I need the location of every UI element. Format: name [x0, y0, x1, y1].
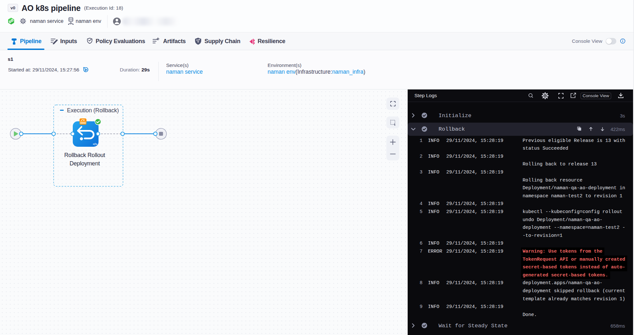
- svg-text:</>: </>: [93, 142, 97, 146]
